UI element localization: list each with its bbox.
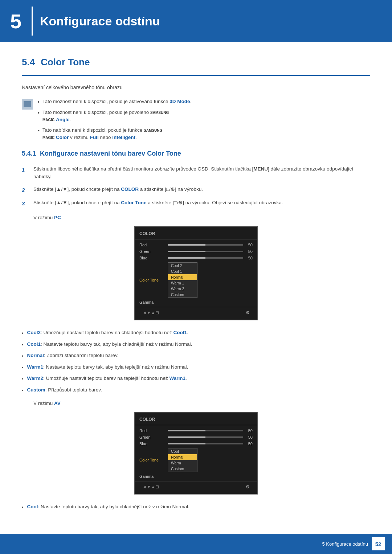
osd-down-icon: ▼ bbox=[147, 310, 151, 315]
step-3: 3 Stiskněte [▲/▼], pokud chcete přejít n… bbox=[22, 199, 370, 208]
osd-av-settings-icon: ⚙ bbox=[246, 484, 250, 489]
bullet-2: • bbox=[38, 109, 40, 117]
note-icon bbox=[22, 99, 33, 110]
step-text-3: Stiskněte [▲/▼], pokud chcete přejít na … bbox=[33, 199, 283, 207]
osd-av-up-icon: ▲ bbox=[151, 484, 155, 489]
main-content: 5.4 Color Tone Nastavení celkového barev… bbox=[0, 57, 392, 539]
step-2: 2 Stiskněte [▲/▼], pokud chcete přejít n… bbox=[22, 186, 370, 194]
osd-pc-row-red: Red 50 bbox=[135, 242, 257, 248]
feature-text-normal: Normal: Zobrazí standardní teplotu barev… bbox=[27, 352, 119, 359]
osd-blue-label: Blue bbox=[139, 256, 165, 260]
osd-left-icon: ◄ bbox=[142, 310, 147, 315]
osd-av-colortone-label: Color Tone bbox=[139, 458, 165, 462]
steps-list: 1 Stisknutím libovolného tlačítka na pře… bbox=[22, 165, 370, 208]
feature-list-pc: • Cool2: Umožňuje nastavit teplotu barev… bbox=[22, 329, 370, 394]
feature-bullet-custom: • bbox=[22, 387, 24, 394]
osd-av-dropdown-area: Cool Normal Warm Custom bbox=[168, 448, 253, 472]
osd-up-icon: ▲ bbox=[151, 310, 155, 315]
osd-av-option-custom: Custom bbox=[168, 466, 197, 472]
osd-av-left-icon: ◄ bbox=[142, 484, 147, 489]
pc-mode-text: PC bbox=[54, 215, 61, 220]
osd-green-value: 50 bbox=[246, 249, 253, 254]
full-highlight: Full bbox=[90, 135, 99, 140]
osd-pc-dropdown-area: Cool 2 Cool 1 Normal Warm 1 Warm 2 Custo… bbox=[168, 262, 253, 298]
osd-av-screen: COLOR Red 50 Green 50 bbox=[134, 412, 258, 495]
osd-pc-row-green: Green 50 bbox=[135, 248, 257, 255]
osd-av-blue-track bbox=[168, 443, 243, 444]
section-54-heading: 5.4 Color Tone bbox=[22, 57, 370, 68]
feature-warm2: • Warm2: Umožňuje nastavit teplotu barev… bbox=[22, 375, 370, 383]
feature-bullet-normal: • bbox=[22, 353, 24, 360]
note-item-2: • Tato možnost není k dispozici, pokud j… bbox=[38, 109, 191, 124]
step-text-1: Stisknutím libovolného tlačítka na předn… bbox=[33, 165, 370, 181]
chapter-title: Konfigurace odstínu bbox=[40, 14, 160, 28]
section-number: 5.4 bbox=[22, 57, 35, 68]
osd-av-down-icon: ▼ bbox=[147, 484, 151, 489]
page-footer: 5 Konfigurace odstínu 52 bbox=[0, 534, 392, 554]
subsection-541-label: 5.4.1 Konfigurace nastavení tónu barev C… bbox=[22, 150, 181, 157]
osd-pc-screen: COLOR Red 50 Green 50 bbox=[134, 226, 258, 320]
osd-av-green-track bbox=[168, 436, 243, 438]
step-number-2: 2 bbox=[22, 186, 28, 194]
feature-bullet-warm1: • bbox=[22, 364, 24, 372]
note-item-3: • Tato nabídka není k dispozici, pokud j… bbox=[38, 127, 191, 141]
note-text-1: Tato možnost není k dispozici, pokud je … bbox=[42, 98, 191, 105]
osd-av-green-value: 50 bbox=[246, 435, 253, 439]
osd-blue-bar bbox=[168, 257, 243, 259]
osd-av-red-fill bbox=[168, 430, 205, 431]
osd-green-bar bbox=[168, 251, 243, 252]
osd-av-green-bar bbox=[168, 436, 243, 438]
intelligent-highlight: Intelligent bbox=[112, 135, 135, 140]
feature-text-cool1: Cool1: Nastavte teplotu barvy tak, aby b… bbox=[27, 341, 192, 348]
subsection-541-heading: 5.4.1 Konfigurace nastavení tónu barev C… bbox=[22, 150, 370, 157]
osd-pc-title: COLOR bbox=[135, 231, 257, 239]
osd-av-option-normal: Normal bbox=[168, 454, 197, 460]
feature-text-custom: Custom: Přizpůsobí teplotu barev. bbox=[27, 386, 102, 394]
osd-av-dropdown: Cool Normal Warm Custom bbox=[168, 448, 197, 472]
section-divider bbox=[22, 75, 370, 76]
osd-pc-option-custom: Custom bbox=[168, 292, 197, 297]
mode-av-label: V režimu AV bbox=[33, 401, 370, 406]
bullet-1: • bbox=[38, 98, 40, 106]
osd-av-green-label: Green bbox=[139, 435, 165, 439]
osd-red-label: Red bbox=[139, 243, 165, 247]
note-items: • Tato možnost není k dispozici, pokud j… bbox=[38, 98, 191, 141]
step-text-2: Stiskněte [▲/▼], pokud chcete přejít na … bbox=[33, 186, 203, 193]
osd-pc-option-cool2: Cool 2 bbox=[168, 263, 197, 268]
osd-av-red-value: 50 bbox=[246, 428, 253, 433]
osd-pc-dropdown: Cool 2 Cool 1 Normal Warm 1 Warm 2 Custo… bbox=[168, 262, 197, 298]
footer-page-number: 52 bbox=[372, 537, 385, 550]
feature-text-cool2: Cool2: Umožňuje nastavit teplotu barev n… bbox=[27, 329, 188, 336]
note-icon-inner bbox=[24, 101, 31, 107]
note-box: • Tato možnost není k dispozici, pokud j… bbox=[22, 98, 370, 141]
osd-settings-icon: ⚙ bbox=[246, 310, 250, 315]
section-intro: Nastavení celkového barevného tónu obraz… bbox=[22, 84, 370, 91]
osd-av-bottom-bar: ◄ ▼ ▲ ⊟ ⚙ bbox=[135, 481, 257, 491]
feature-normal: • Normal: Zobrazí standardní teplotu bar… bbox=[22, 352, 370, 360]
feature-cool2: • Cool2: Umožňuje nastavit teplotu barev… bbox=[22, 329, 370, 337]
osd-pc-container: COLOR Red 50 Green 50 bbox=[22, 226, 370, 320]
feature-bullet-cool1: • bbox=[22, 341, 24, 349]
osd-av-row-colortone: Color Tone Cool Normal Warm Custom bbox=[135, 447, 257, 473]
osd-green-fill bbox=[168, 251, 205, 252]
chapter-number-box: 5 bbox=[0, 7, 33, 36]
osd-av-option-cool: Cool bbox=[168, 448, 197, 454]
footer-chapter-text: 5 Konfigurace odstínu bbox=[322, 541, 368, 547]
osd-blue-value: 50 bbox=[246, 256, 253, 260]
color-highlight: Color bbox=[56, 135, 69, 140]
osd-pc-option-warm1: Warm 1 bbox=[168, 280, 197, 286]
osd-av-red-track bbox=[168, 430, 243, 431]
osd-enter-icon: ⊟ bbox=[155, 310, 159, 315]
mode-pc-label: V režimu PC bbox=[33, 215, 370, 220]
osd-red-fill bbox=[168, 244, 205, 246]
feature-list-av: • Cool: Nastavte teplotu barvy tak, aby … bbox=[22, 503, 370, 511]
feature-custom: • Custom: Přizpůsobí teplotu barev. bbox=[22, 386, 370, 394]
osd-av-blue-fill bbox=[168, 443, 205, 444]
note-item-1: • Tato možnost není k dispozici, pokud j… bbox=[38, 98, 191, 106]
osd-green-track bbox=[168, 251, 243, 252]
feature-cool1: • Cool1: Nastavte teplotu barvy tak, aby… bbox=[22, 341, 370, 349]
osd-av-green-fill bbox=[168, 436, 205, 438]
osd-blue-track bbox=[168, 257, 243, 259]
step-number-1: 1 bbox=[22, 165, 28, 174]
osd-av-bottom-bar-inner: ◄ ▼ ▲ ⊟ ⚙ bbox=[139, 484, 253, 489]
